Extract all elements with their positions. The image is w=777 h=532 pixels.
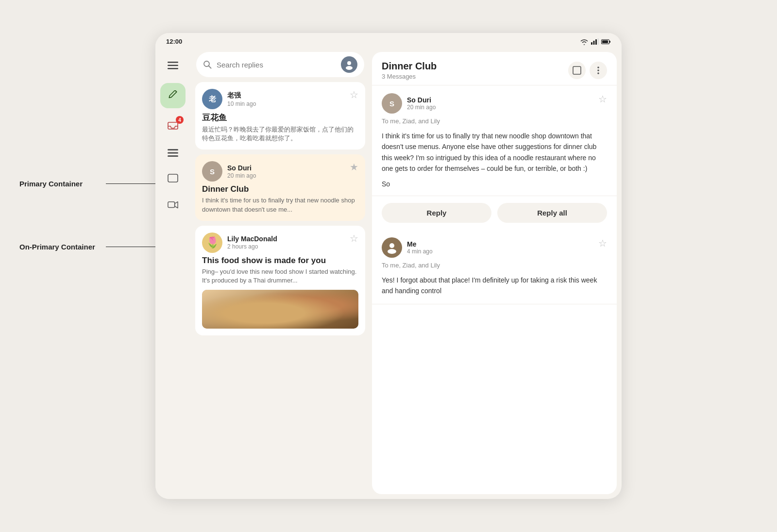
sender-name-laiqiang: 老强 [227, 91, 256, 100]
square-icon [573, 66, 581, 75]
star-soduri[interactable]: ★ [350, 161, 358, 173]
message-block-soduri: S So Duri 20 min ago ☆ To me, Ziad, and … [372, 85, 617, 196]
sender-info-soduri: S So Duri 20 min ago [202, 161, 256, 182]
annotation-on-primary-container: On-Primary Container [19, 243, 95, 251]
msg-to-soduri: To me, Ziad, and Lily [382, 117, 607, 125]
pencil-icon [168, 90, 178, 101]
svg-rect-20 [573, 66, 581, 74]
svg-rect-1 [593, 41, 595, 45]
star-lily[interactable]: ☆ [350, 233, 358, 244]
email-card-laiqiang[interactable]: 老 老强 10 min ago ☆ 豆花鱼 最近忙吗？昨晚我去了你最爱的那家饭馆… [195, 82, 365, 150]
email-card-soduri[interactable]: S So Duri 20 min ago ★ Dinner Club I thi… [195, 154, 365, 220]
svg-rect-6 [602, 40, 608, 43]
sidebar-item-video[interactable] [161, 194, 185, 217]
svg-point-23 [597, 72, 599, 74]
search-input[interactable] [217, 61, 336, 69]
svg-point-19 [346, 66, 353, 70]
food-image-lily [202, 290, 358, 329]
subject-soduri: Dinner Club [202, 184, 358, 194]
avatar-laiqiang: 老 [202, 89, 222, 109]
subject-lily: This food show is made for you [202, 256, 358, 266]
status-bar: 12:00 [155, 33, 622, 47]
svg-point-24 [389, 243, 394, 248]
search-icon [203, 60, 212, 69]
food-image-inner [202, 290, 358, 329]
sidebar-item-chat[interactable] [161, 167, 185, 191]
email-cards: 老 老强 10 min ago ☆ 豆花鱼 最近忙吗？昨晚我去了你最爱的那家饭馆… [190, 82, 370, 499]
svg-line-17 [209, 66, 211, 68]
svg-point-22 [597, 69, 599, 71]
time-lily: 2 hours ago [227, 243, 277, 250]
inbox-icon [168, 121, 178, 132]
sidebar-item-inbox[interactable]: 4 [161, 115, 185, 138]
sidebar-item-menu[interactable] [161, 54, 185, 77]
sidebar: 4 [155, 47, 190, 499]
email-detail: Dinner Club 3 Messages [372, 52, 617, 494]
svg-rect-14 [168, 174, 178, 182]
svg-rect-12 [168, 152, 178, 154]
card-header-laiqiang: 老 老强 10 min ago ☆ [202, 89, 358, 109]
user-avatar [341, 56, 357, 73]
svg-rect-2 [595, 39, 597, 45]
search-bar[interactable] [196, 52, 364, 77]
archive-button[interactable] [568, 62, 586, 79]
msg-name-soduri: So Duri [407, 96, 436, 104]
svg-point-21 [597, 66, 599, 68]
svg-rect-15 [168, 202, 175, 208]
detail-count: 3 Messages [382, 73, 437, 80]
reply-all-button[interactable]: Reply all [497, 203, 607, 223]
msg-sender-me: Me 4 min ago [382, 237, 433, 258]
msg-time-me: 4 min ago [407, 248, 433, 255]
menu-icon [168, 60, 178, 71]
preview-laiqiang: 最近忙吗？昨晚我去了你最爱的那家饭馆，点了他们的特色豆花鱼，吃着吃着就想你了。 [202, 125, 358, 143]
more-options-button[interactable] [590, 62, 607, 79]
card-header-soduri: S So Duri 20 min ago ★ [202, 161, 358, 182]
svg-rect-7 [168, 62, 178, 63]
email-list: 老 老强 10 min ago ☆ 豆花鱼 最近忙吗？昨晚我去了你最爱的那家饭馆… [190, 47, 370, 499]
msg-avatar-me [382, 237, 402, 258]
time-soduri: 20 min ago [227, 172, 256, 179]
card-header-lily: 🌷 Lily MacDonald 2 hours ago ☆ [202, 233, 358, 253]
list-icon [168, 148, 178, 158]
preview-soduri: I think it's time for us to finally try … [202, 196, 358, 214]
msg-body-me: Yes! I forgot about that place! I'm defi… [382, 275, 607, 297]
msg-star-me[interactable]: ☆ [598, 237, 607, 249]
sender-name-lily: Lily MacDonald [227, 235, 277, 243]
svg-point-18 [347, 61, 351, 65]
msg-star-soduri[interactable]: ☆ [598, 93, 607, 105]
battery-icon [601, 39, 611, 45]
message-block-me: Me 4 min ago ☆ To me, Ziad, and Lily Yes… [372, 230, 617, 305]
sender-info-laiqiang: 老 老强 10 min ago [202, 89, 256, 109]
svg-rect-3 [598, 38, 599, 45]
detail-title: Dinner Club [382, 61, 437, 72]
msg-header-me: Me 4 min ago ☆ [382, 237, 607, 258]
status-time: 12:00 [166, 38, 182, 45]
msg-header-soduri: S So Duri 20 min ago ☆ [382, 93, 607, 114]
time-laiqiang: 10 min ago [227, 100, 256, 107]
msg-sender-soduri: S So Duri 20 min ago [382, 93, 436, 114]
msg-body-soduri: I think it's time for us to finally try … [382, 131, 607, 174]
svg-rect-5 [609, 41, 610, 43]
msg-sign-soduri: So [382, 180, 607, 188]
reply-button[interactable]: Reply [382, 203, 491, 223]
svg-rect-8 [168, 65, 178, 66]
compose-button[interactable] [160, 83, 186, 108]
avatar-soduri: S [202, 161, 222, 182]
sender-name-soduri: So Duri [227, 164, 256, 172]
email-card-lily[interactable]: 🌷 Lily MacDonald 2 hours ago ☆ This food… [195, 226, 365, 335]
dots-icon [597, 66, 599, 75]
msg-name-me: Me [407, 240, 433, 248]
svg-point-25 [388, 249, 396, 254]
star-laiqiang[interactable]: ☆ [350, 89, 358, 100]
main-content: 4 [155, 47, 622, 499]
svg-rect-0 [591, 42, 592, 45]
subject-laiqiang: 豆花鱼 [202, 112, 358, 123]
inbox-badge: 4 [176, 116, 184, 124]
svg-rect-13 [168, 155, 178, 157]
status-icons [580, 38, 611, 45]
svg-rect-11 [168, 149, 178, 150]
signal-icon [591, 38, 599, 45]
sidebar-item-list[interactable] [161, 141, 185, 165]
avatar-lily: 🌷 [202, 233, 222, 253]
wifi-icon [580, 38, 589, 45]
